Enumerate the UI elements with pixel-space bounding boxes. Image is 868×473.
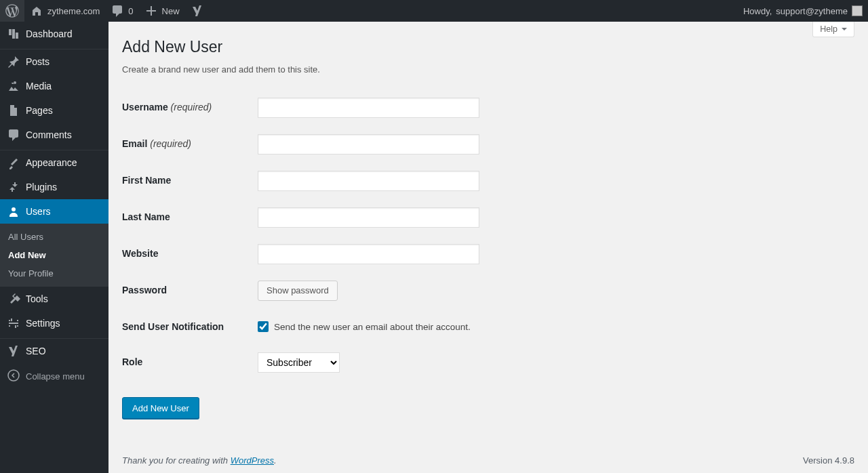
chevron-down-icon [842, 28, 847, 33]
label-notification: Send User Notification [122, 309, 258, 344]
tools-icon [7, 292, 20, 306]
label-email: Email (required) [122, 126, 258, 163]
label-username: Username (required) [122, 89, 258, 126]
site-name-link[interactable]: zytheme.com [24, 0, 105, 22]
howdy-prefix: Howdy, [743, 6, 772, 16]
menu-seo[interactable]: SEO [0, 339, 108, 363]
label-first-name: First Name [122, 163, 258, 199]
collapse-icon [7, 369, 20, 384]
svg-point-0 [8, 370, 19, 381]
footer-version: Version 4.9.8 [803, 455, 854, 466]
menu-comments[interactable]: Comments [0, 123, 108, 147]
settings-icon [7, 316, 20, 330]
menu-pages[interactable]: Pages [0, 98, 108, 123]
media-icon [7, 79, 20, 93]
label-password: Password [122, 272, 258, 309]
label-website: Website [122, 236, 258, 272]
footer-thanks: Thank you for creating with WordPress. [122, 455, 277, 466]
first-name-input[interactable] [258, 171, 479, 191]
yoast-icon [191, 4, 204, 18]
show-password-button[interactable]: Show password [258, 281, 338, 301]
website-input[interactable] [258, 244, 479, 264]
yoast-icon-link[interactable] [185, 0, 210, 22]
menu-users[interactable]: Users [0, 199, 108, 224]
submenu-add-new[interactable]: Add New [0, 246, 108, 264]
menu-dashboard[interactable]: Dashboard [0, 22, 108, 46]
comments-count: 0 [128, 6, 133, 16]
label-last-name: Last Name [122, 199, 258, 236]
dashboard-icon [7, 27, 20, 41]
menu-media[interactable]: Media [0, 74, 108, 98]
submenu-all-users[interactable]: All Users [0, 228, 108, 246]
wordpress-link[interactable]: WordPress [231, 455, 274, 466]
menu-posts[interactable]: Posts [0, 49, 108, 74]
seo-icon [7, 344, 20, 358]
account-link[interactable]: Howdy, support@zytheme [738, 0, 868, 22]
role-select[interactable]: Subscriber [258, 352, 340, 373]
submenu-your-profile[interactable]: Your Profile [0, 264, 108, 283]
users-icon [7, 205, 20, 218]
help-tab[interactable]: Help [812, 22, 854, 37]
new-content-link[interactable]: New [139, 0, 185, 22]
add-new-user-button[interactable]: Add New User [122, 397, 199, 419]
submenu-users: All Users Add New Your Profile [0, 224, 108, 287]
plus-icon [144, 4, 158, 18]
page-intro: Create a brand new user and add them to … [122, 64, 854, 75]
plugin-icon [7, 180, 20, 194]
notification-checkbox[interactable] [258, 321, 269, 332]
avatar [852, 5, 863, 16]
page-icon [7, 104, 20, 117]
menu-settings[interactable]: Settings [0, 311, 108, 335]
pin-icon [7, 55, 20, 68]
menu-plugins[interactable]: Plugins [0, 175, 108, 199]
howdy-user: support@zytheme [776, 6, 848, 16]
comments-icon [7, 128, 20, 142]
notification-desc: Send the new user an email about their a… [274, 322, 471, 332]
page-title: Add New User [122, 38, 854, 56]
comment-icon [111, 4, 124, 18]
site-name: zytheme.com [47, 6, 100, 16]
last-name-input[interactable] [258, 207, 479, 228]
label-role: Role [122, 344, 258, 381]
username-input[interactable] [258, 98, 479, 118]
new-label: New [162, 6, 180, 16]
comments-link[interactable]: 0 [105, 0, 138, 22]
collapse-menu[interactable]: Collapse menu [0, 363, 108, 390]
appearance-icon [7, 156, 20, 169]
menu-appearance[interactable]: Appearance [0, 150, 108, 175]
wordpress-icon [5, 4, 19, 18]
wp-logo[interactable] [0, 0, 24, 22]
email-input[interactable] [258, 134, 479, 155]
menu-tools[interactable]: Tools [0, 287, 108, 311]
home-icon [30, 4, 43, 18]
